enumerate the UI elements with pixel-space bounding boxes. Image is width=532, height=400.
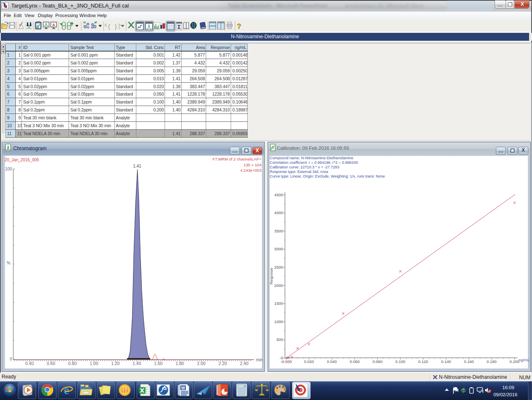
- svg-text:0.080: 0.080: [372, 359, 382, 364]
- svg-text:1.60: 1.60: [154, 361, 163, 366]
- svg-text:2000: 2000: [274, 283, 283, 288]
- svg-text:1.20: 1.20: [111, 361, 120, 366]
- svg-text:?: ?: [237, 22, 241, 30]
- svg-text:4000: 4000: [274, 210, 283, 215]
- svg-text:Calibration curve: 22710.3 * x: Calibration curve: 22710.3 * x + -27.729…: [270, 165, 339, 169]
- svg-text:4.243e+003: 4.243e+003: [240, 168, 261, 173]
- svg-text:16:09: 16:09: [502, 385, 515, 390]
- svg-text:20_Jan_2016_005: 20_Jan_2016_005: [5, 158, 39, 162]
- svg-text:500: 500: [276, 337, 283, 342]
- svg-text:0.140: 0.140: [441, 359, 451, 364]
- svg-text:0.40: 0.40: [25, 361, 34, 366]
- svg-text:{: {: [108, 23, 110, 30]
- svg-text:Compound name: N-Nitrosamine-D: Compound name: N-Nitrosamine-Diethanolam…: [270, 156, 353, 160]
- svg-text:0.020: 0.020: [304, 359, 314, 364]
- svg-text:0.100: 0.100: [395, 359, 405, 364]
- svg-text:W: W: [181, 386, 185, 390]
- svg-text:0.200: 0.200: [510, 359, 520, 364]
- svg-text:1500: 1500: [274, 301, 283, 306]
- svg-text:1.80: 1.80: [175, 361, 184, 366]
- svg-text:}: }: [115, 23, 117, 30]
- svg-text:09/02/2016: 09/02/2016: [493, 392, 517, 397]
- svg-text:2.20: 2.20: [219, 361, 227, 366]
- svg-text:0.060: 0.060: [350, 359, 360, 364]
- svg-text:135 > 104: 135 > 104: [244, 163, 262, 167]
- svg-text:Response type: External Std, A: Response type: External Std, Area: [270, 170, 328, 174]
- svg-text:2500: 2500: [274, 265, 283, 269]
- svg-text:0.80: 0.80: [68, 361, 77, 366]
- svg-text:3000: 3000: [274, 247, 283, 251]
- svg-text:3500: 3500: [274, 229, 283, 233]
- svg-text:1.40: 1.40: [133, 361, 141, 366]
- svg-text:0.60: 0.60: [47, 361, 55, 366]
- svg-text:0.040: 0.040: [327, 359, 337, 364]
- svg-text:0.160: 0.160: [464, 359, 474, 364]
- svg-text:Correlation coefficient: r = 0: Correlation coefficient: r = 0.994198, r…: [270, 160, 358, 165]
- svg-text:4500: 4500: [274, 193, 283, 197]
- svg-text:1.41: 1.41: [133, 164, 141, 168]
- svg-text:-0.000: -0.000: [281, 359, 292, 364]
- svg-text:100: 100: [5, 167, 12, 171]
- svg-text:2.40: 2.40: [240, 361, 249, 366]
- svg-text:F7:MRM of 2 channels,AP+: F7:MRM of 2 channels,AP+: [212, 157, 261, 161]
- svg-text:1.00: 1.00: [90, 361, 99, 366]
- svg-text:Response: Response: [269, 268, 273, 285]
- svg-text:e: e: [64, 383, 69, 397]
- svg-text:0.120: 0.120: [418, 359, 428, 364]
- svg-text:1000: 1000: [274, 319, 283, 324]
- svg-text:2.00: 2.00: [197, 361, 206, 366]
- svg-text:A: A: [52, 23, 55, 27]
- svg-text:%: %: [7, 261, 10, 265]
- svg-text:min: min: [256, 358, 263, 362]
- svg-text:0.180: 0.180: [487, 359, 497, 364]
- svg-text:Σ: Σ: [177, 24, 181, 30]
- svg-text:Curve type: Linear, Origin: Ex: Curve type: Linear, Origin: Exclude, Wei…: [270, 174, 385, 178]
- svg-text:ng/mL: ng/mL: [519, 358, 530, 362]
- svg-text:0: 0: [10, 357, 12, 361]
